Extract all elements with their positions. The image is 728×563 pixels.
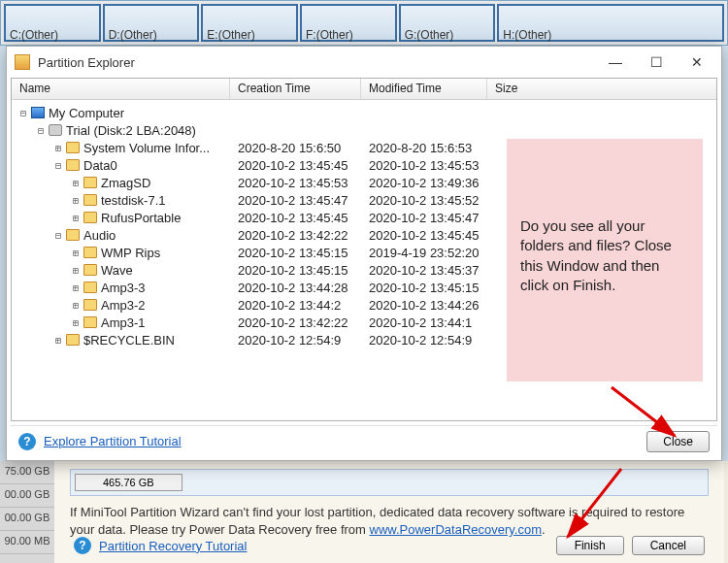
col-name[interactable]: Name bbox=[12, 79, 230, 99]
bg-partition-label: E:(Other) bbox=[207, 28, 254, 42]
modified-time-cell: 2020-10-2 13:44:26 bbox=[361, 298, 487, 313]
col-creation-time[interactable]: Creation Time bbox=[230, 79, 361, 99]
modified-time-cell: 2020-10-2 13:45:53 bbox=[361, 158, 487, 173]
tree-row[interactable]: ⊟My Computer bbox=[12, 104, 716, 121]
expander-icon[interactable]: ⊞ bbox=[52, 143, 64, 153]
help-icon[interactable]: ? bbox=[18, 433, 36, 450]
finish-button[interactable]: Finish bbox=[556, 536, 624, 555]
tree-item-label: RufusPortable bbox=[101, 211, 181, 225]
annotation-note: Do you see all your folders and files? C… bbox=[507, 139, 703, 381]
tree-item-label: Amp3-1 bbox=[101, 315, 146, 330]
col-size[interactable]: Size bbox=[487, 79, 716, 99]
tree-row[interactable]: ⊟Trial (Disk:2 LBA:2048) bbox=[12, 121, 716, 139]
creation-time-cell: 2020-10-2 13:45:45 bbox=[230, 211, 361, 225]
folder-icon bbox=[83, 316, 97, 328]
partition-recovery-tutorial-link[interactable]: Partition Recovery Tutorial bbox=[99, 539, 247, 553]
bg-partition[interactable]: D:(Other) bbox=[103, 4, 200, 42]
bg-partition-label: H:(Other) bbox=[503, 28, 551, 42]
modified-time-cell: 2020-8-20 15:6:53 bbox=[361, 141, 487, 155]
bg-partition-label: G:(Other) bbox=[405, 28, 454, 42]
tree-item-label: ZmagSD bbox=[101, 176, 150, 190]
tree-item-label: Audio bbox=[83, 228, 116, 243]
bg-partition[interactable]: C:(Other) bbox=[4, 4, 101, 42]
tree-item-label: testdisk-7.1 bbox=[101, 193, 165, 208]
dialog-footer: ? Explore Partition Tutorial Close bbox=[11, 425, 717, 456]
minimize-button[interactable]: — bbox=[595, 49, 636, 76]
col-modified-time[interactable]: Modified Time bbox=[361, 79, 487, 99]
bg-partition[interactable]: F:(Other) bbox=[300, 4, 397, 42]
tree-item-label: Trial (Disk:2 LBA:2048) bbox=[66, 123, 196, 138]
file-list-area: Name Creation Time Modified Time Size ⊟M… bbox=[11, 78, 717, 421]
help-icon[interactable]: ? bbox=[74, 537, 91, 554]
folder-icon bbox=[66, 334, 80, 346]
bg-partition-label: C:(Other) bbox=[10, 28, 58, 42]
creation-time-cell: 2020-10-2 13:44:2 bbox=[230, 298, 361, 313]
expander-icon[interactable]: ⊟ bbox=[52, 230, 64, 241]
creation-time-cell: 2020-10-2 12:54:9 bbox=[230, 333, 361, 348]
close-button[interactable]: Close bbox=[646, 431, 710, 452]
modified-time-cell: 2020-10-2 13:45:47 bbox=[361, 211, 487, 225]
expander-icon[interactable]: ⊟ bbox=[17, 108, 29, 118]
maximize-button[interactable]: ☐ bbox=[636, 49, 677, 76]
modified-time-cell: 2019-4-19 23:52:20 bbox=[361, 246, 487, 260]
modified-time-cell: 2020-10-2 13:44:1 bbox=[361, 315, 487, 330]
creation-time-cell: 2020-10-2 13:45:15 bbox=[230, 246, 361, 260]
creation-time-cell: 2020-10-2 13:45:47 bbox=[230, 193, 361, 208]
wizard-disk-box: 465.76 GB bbox=[70, 469, 709, 496]
expander-icon[interactable]: ⊞ bbox=[70, 300, 82, 311]
wizard-message: If MiniTool Partition Wizard can't find … bbox=[70, 504, 709, 539]
column-headers: Name Creation Time Modified Time Size bbox=[12, 79, 716, 100]
tree-item-label: Data0 bbox=[83, 158, 117, 173]
tree-item-label: Amp3-3 bbox=[101, 281, 146, 295]
pc-icon bbox=[31, 107, 45, 118]
expander-icon[interactable]: ⊞ bbox=[70, 248, 82, 258]
wizard-sidebar: 75.00 GB00.00 GB00.00 GB90.00 MB bbox=[0, 461, 54, 563]
drive-icon bbox=[49, 124, 62, 136]
folder-icon bbox=[83, 177, 97, 188]
expander-icon[interactable]: ⊞ bbox=[52, 335, 64, 346]
expander-icon[interactable]: ⊟ bbox=[52, 160, 64, 171]
wizard-msg-post: . bbox=[542, 522, 546, 537]
wizard-main: 465.76 GB If MiniTool Partition Wizard c… bbox=[54, 461, 724, 563]
expander-icon[interactable]: ⊞ bbox=[70, 195, 82, 206]
folder-icon bbox=[83, 212, 97, 223]
expander-icon[interactable]: ⊞ bbox=[70, 282, 82, 293]
power-data-recovery-link[interactable]: www.PowerDataRecovery.com bbox=[370, 522, 542, 537]
expander-icon[interactable]: ⊟ bbox=[35, 125, 47, 136]
creation-time-cell: 2020-10-2 13:42:22 bbox=[230, 315, 361, 330]
folder-icon bbox=[83, 264, 97, 276]
expander-icon[interactable]: ⊞ bbox=[70, 265, 82, 276]
sidebar-size-cell: 75.00 GB bbox=[0, 461, 54, 484]
disk-size-label: 465.76 GB bbox=[75, 474, 182, 491]
modified-time-cell: 2020-10-2 13:45:15 bbox=[361, 281, 487, 295]
folder-icon bbox=[83, 194, 97, 206]
creation-time-cell: 2020-10-2 13:44:28 bbox=[230, 281, 361, 295]
cancel-button[interactable]: Cancel bbox=[632, 536, 705, 555]
bg-partition[interactable]: G:(Other) bbox=[399, 4, 496, 42]
tree-item-label: System Volume Infor... bbox=[83, 141, 210, 155]
explore-partition-tutorial-link[interactable]: Explore Partition Tutorial bbox=[44, 434, 182, 448]
expander-icon[interactable]: ⊞ bbox=[70, 178, 82, 188]
expander-icon[interactable]: ⊞ bbox=[70, 213, 82, 223]
creation-time-cell: 2020-10-2 13:42:22 bbox=[230, 228, 361, 243]
creation-time-cell: 2020-10-2 13:45:53 bbox=[230, 176, 361, 190]
modified-time-cell: 2020-10-2 13:45:52 bbox=[361, 193, 487, 208]
tree-item-label: Amp3-2 bbox=[101, 298, 146, 313]
folder-icon bbox=[83, 299, 97, 311]
close-window-button[interactable]: ✕ bbox=[677, 49, 717, 76]
folder-icon bbox=[66, 229, 80, 241]
sidebar-size-cell: 00.00 GB bbox=[0, 508, 54, 531]
creation-time-cell: 2020-8-20 15:6:50 bbox=[230, 141, 361, 155]
bg-partition[interactable]: H:(Other) bbox=[497, 4, 724, 42]
tree-item-label: Wave bbox=[101, 263, 133, 278]
creation-time-cell: 2020-10-2 13:45:45 bbox=[230, 158, 361, 173]
modified-time-cell: 2020-10-2 13:49:36 bbox=[361, 176, 487, 190]
window-title: Partition Explorer bbox=[38, 55, 595, 70]
folder-icon bbox=[66, 142, 80, 153]
expander-icon[interactable]: ⊞ bbox=[70, 317, 82, 328]
folder-icon bbox=[83, 282, 97, 293]
folder-icon bbox=[83, 247, 97, 258]
bg-partition-label: D:(Other) bbox=[109, 28, 157, 42]
sidebar-size-cell: 90.00 MB bbox=[0, 531, 54, 554]
bg-partition[interactable]: E:(Other) bbox=[201, 4, 298, 42]
